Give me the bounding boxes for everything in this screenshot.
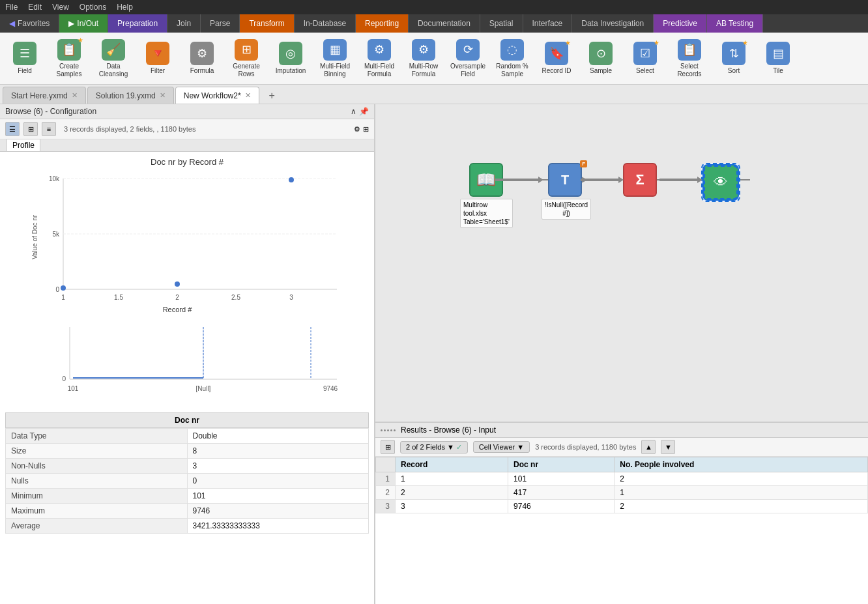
svg-text:Record #: Record #	[163, 306, 193, 313]
stats-key-datatype: Data Type	[6, 429, 188, 444]
tab-spatial[interactable]: Spatial	[480, 14, 523, 33]
panel-title: Browse (6) - Configuration	[5, 107, 96, 116]
ribbon-tool-imputation[interactable]: ◎ Imputation	[270, 36, 311, 81]
row-num-2: 2	[376, 486, 396, 500]
cell-docnr-2: 417	[508, 486, 615, 500]
results-view-icon[interactable]: ⊞	[381, 440, 395, 454]
ribbon-tool-tile[interactable]: ▤ Tile	[757, 36, 799, 81]
node-formula[interactable]: T F !IsNull([Record #])	[542, 163, 591, 220]
svg-text:1.5: 1.5	[114, 294, 123, 301]
svg-text:10k: 10k	[49, 175, 60, 182]
tab-favorites[interactable]: ◀ Favorites	[0, 14, 59, 33]
ribbon-tool-random-sample[interactable]: ◌ Random % Sample	[491, 36, 533, 81]
ribbon-tool-filter[interactable]: 🔻 Filter	[137, 36, 179, 81]
panel-pin-btn[interactable]: 📌	[359, 107, 369, 116]
node-browse[interactable]: 👁	[701, 163, 740, 202]
cell-viewer-dropdown[interactable]: Cell Viewer ▼	[473, 441, 530, 453]
svg-text:0: 0	[62, 375, 66, 382]
ribbon-tool-select-records[interactable]: 📋 Select Records	[669, 36, 710, 81]
svg-text:[Null]: [Null]	[196, 385, 211, 392]
menu-view[interactable]: View	[52, 3, 69, 12]
svg-text:2: 2	[175, 294, 179, 301]
stats-section: Doc nr Data Type Double Size 8 Non-Nulls…	[5, 412, 369, 534]
doc-tab-solution[interactable]: Solution 19.yxmd ✕	[87, 87, 174, 104]
ribbon-tool-multifield-formula[interactable]: ⚙ Multi-Field Formula	[358, 36, 400, 81]
col-header-record[interactable]: Record	[396, 457, 508, 472]
sort-up-btn[interactable]: ▲	[641, 440, 656, 454]
ribbon-tool-sort[interactable]: ⇅ ★ Sort	[713, 36, 755, 81]
ribbon-tool-multifield-binning[interactable]: ▦ Multi-Field Binning	[314, 36, 356, 81]
workflow-canvas-area: 📖 Multirow tool.xlsx Table='Sheet1$' T F…	[375, 104, 868, 422]
svg-text:2.5: 2.5	[231, 294, 240, 301]
doc-tab-new-workflow[interactable]: New Workflow2* ✕	[175, 87, 259, 104]
cell-people-1: 2	[615, 472, 868, 486]
stats-val-size: 8	[187, 444, 369, 459]
browse-expand-btn[interactable]: ⊞	[363, 125, 369, 134]
tab-abtesting[interactable]: AB Testing	[707, 14, 763, 33]
tab-documentation[interactable]: Documentation	[409, 14, 480, 33]
ribbon-tool-record-id[interactable]: 🔖 ★ Record ID	[536, 36, 577, 81]
stats-row-minimum: Minimum 101	[6, 489, 369, 504]
main-layout: Browse (6) - Configuration ∧ 📌 ☰ ⊞ ≡ 3 r…	[0, 104, 868, 604]
ribbon-tool-sample[interactable]: ⊙ Sample	[580, 36, 622, 81]
profile-tab[interactable]: Profile	[7, 139, 40, 151]
menu-bar: File Edit View Options Help	[0, 0, 868, 14]
results-header: Results - Browse (6) - Input	[375, 423, 868, 438]
doc-tab-start[interactable]: Start Here.yxmd ✕	[3, 87, 86, 104]
node-summarize[interactable]: Σ	[623, 163, 657, 197]
tab-datainvestigation[interactable]: Data Investigation	[572, 14, 654, 33]
close-new-workflow-tab[interactable]: ✕	[245, 91, 251, 100]
cell-people-3: 2	[615, 500, 868, 513]
ribbon-tool-multirow-formula[interactable]: ⚙ Multi-Row Formula	[403, 36, 444, 81]
view-btn-tile[interactable]: ⊞	[23, 122, 38, 136]
panel-collapse-btn[interactable]: ∧	[351, 107, 356, 116]
stats-row-nonnulls: Non-Nulls 3	[6, 459, 369, 474]
tab-reporting[interactable]: Reporting	[356, 14, 409, 33]
menu-help[interactable]: Help	[117, 3, 133, 12]
svg-text:1: 1	[61, 294, 65, 301]
fields-dropdown[interactable]: 2 of 2 Fields ▼ ✓	[400, 441, 468, 453]
ribbon-tool-create-samples[interactable]: 📋 ★ Create Samples	[48, 36, 90, 81]
svg-point-16	[289, 177, 294, 182]
star-badge: ★	[78, 36, 83, 44]
doc-tab-bar: Start Here.yxmd ✕ Solution 19.yxmd ✕ New…	[0, 85, 868, 104]
col-header-people[interactable]: No. People involved	[615, 457, 868, 472]
panel-header: Browse (6) - Configuration ∧ 📌	[0, 104, 374, 119]
col-header-docnr[interactable]: Doc nr	[508, 457, 615, 472]
svg-point-14	[61, 285, 66, 291]
view-btn-list[interactable]: ☰	[5, 122, 20, 136]
results-toolbar: ⊞ 2 of 2 Fields ▼ ✓ Cell Viewer ▼ 3 reco…	[375, 438, 868, 457]
browse-config-btn[interactable]: ⚙	[354, 125, 360, 134]
ribbon-tool-field[interactable]: ☰ Field	[4, 36, 46, 81]
ribbon-tool-select[interactable]: ☑ ★ Select	[624, 36, 666, 81]
node-multirow[interactable]: 📖 Multirow tool.xlsx Table='Sheet1$'	[460, 163, 513, 228]
close-start-tab[interactable]: ✕	[72, 91, 78, 100]
add-tab-btn[interactable]: +	[261, 87, 283, 104]
close-solution-tab[interactable]: ✕	[160, 91, 166, 100]
stats-val-minimum: 101	[187, 489, 369, 504]
stats-val-nulls: 0	[187, 474, 369, 489]
stats-row-average: Average 3421.33333333333	[6, 519, 369, 534]
tab-transform[interactable]: Transform	[240, 14, 294, 33]
menu-file[interactable]: File	[5, 3, 18, 12]
tab-interface[interactable]: Interface	[523, 14, 573, 33]
menu-edit[interactable]: Edit	[28, 3, 42, 12]
tab-parse[interactable]: Parse	[201, 14, 240, 33]
ribbon-tool-formula[interactable]: ⚙ Formula	[181, 36, 223, 81]
tab-preparation[interactable]: Preparation	[108, 14, 167, 33]
sort-down-btn[interactable]: ▼	[661, 440, 675, 454]
menu-options[interactable]: Options	[80, 3, 106, 12]
tab-inout[interactable]: ▶ In/Out	[59, 14, 108, 33]
tab-join[interactable]: Join	[167, 14, 201, 33]
ribbon-tool-data-cleansing[interactable]: 🧹 Data Cleansing	[93, 36, 134, 81]
ribbon-tool-generate-rows[interactable]: ⊞ Generate Rows	[225, 36, 267, 81]
tab-indatabase[interactable]: In-Database	[295, 14, 356, 33]
ribbon-tool-oversample[interactable]: ⟳ Oversample Field	[447, 36, 489, 81]
stats-table: Data Type Double Size 8 Non-Nulls 3 Null…	[5, 428, 369, 534]
results-panel: Results - Browse (6) - Input ⊞ 2 of 2 Fi…	[375, 422, 868, 604]
cell-viewer-chevron: ▼	[517, 443, 524, 451]
view-btn-detail[interactable]: ≡	[42, 122, 56, 136]
select-star: ★	[654, 39, 659, 46]
tab-predictive[interactable]: Predictive	[654, 14, 707, 33]
cell-docnr-3: 9746	[508, 500, 615, 513]
